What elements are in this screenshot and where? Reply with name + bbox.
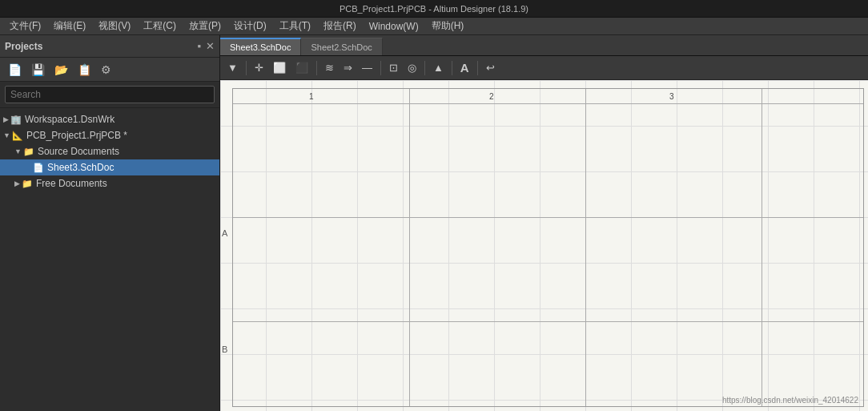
v-divider-2	[585, 89, 586, 406]
tree-item-project[interactable]: ▼ 📐 PCB_Project1.PrjPCB *	[0, 127, 219, 143]
search-row	[0, 82, 219, 108]
menu-reports[interactable]: 报告(R)	[317, 18, 363, 34]
tree-item-sheet3[interactable]: ▶ 📄 Sheet3.SchDoc	[0, 159, 219, 175]
tree-arrow-free: ▶	[14, 179, 20, 187]
col-label-1: 1	[309, 92, 314, 101]
filter-button[interactable]: ▼	[223, 60, 242, 75]
undo-button[interactable]: ↩	[482, 60, 499, 75]
sep4	[424, 61, 425, 75]
tab-sheet3[interactable]: Sheet3.SchDoc	[220, 38, 301, 55]
tab-bar: Sheet3.SchDoc Sheet2.SchDoc	[220, 35, 868, 56]
tree-item-source-docs[interactable]: ▼ 📁 Source Documents	[0, 143, 219, 159]
top-rule-line	[233, 103, 863, 104]
tree-item-workspace[interactable]: ▶ 🏢 Workspace1.DsnWrk	[0, 111, 219, 127]
tree-arrow-workspace: ▶	[3, 115, 9, 123]
menu-edit[interactable]: 编辑(E)	[47, 18, 92, 34]
panel-pin-button[interactable]: ▪	[197, 41, 201, 51]
sheet3-icon: 📄	[33, 163, 44, 173]
projects-panel-title: Projects	[5, 41, 42, 52]
right-area: Sheet3.SchDoc Sheet2.SchDoc ▼ ✛ ⬜ ⬛ ≋ ⇒ …	[220, 35, 868, 411]
source-docs-label: Source Documents	[38, 146, 119, 157]
save-icon[interactable]: 💾	[28, 62, 48, 78]
menu-help[interactable]: 帮助(H)	[425, 18, 471, 34]
tree-item-free-docs[interactable]: ▶ 📁 Free Documents	[0, 175, 219, 191]
projects-header: Projects ▪ ✕	[0, 35, 219, 58]
schematic-toolbar: ▼ ✛ ⬜ ⬛ ≋ ⇒ — ⊡ ◎ ▲ A ↩	[220, 56, 868, 80]
settings-icon[interactable]: ⚙	[98, 62, 115, 78]
workspace-icon: 🏢	[10, 115, 22, 125]
col-label-2: 2	[489, 92, 494, 101]
component-button[interactable]: ⊡	[385, 60, 402, 75]
schematic-canvas[interactable]: 1 2 3 A B C https://blog.csdn.net/weixin…	[220, 80, 868, 411]
search-input[interactable]	[5, 86, 215, 103]
tab-sheet3-label: Sheet3.SchDoc	[230, 42, 291, 52]
menu-project[interactable]: 工程(C)	[137, 18, 183, 34]
tree-arrow-project: ▼	[3, 131, 10, 139]
fill-rect-button[interactable]: ⬛	[291, 60, 312, 75]
add-button[interactable]: ✛	[251, 60, 267, 75]
clipboard-icon[interactable]: 📋	[74, 62, 94, 78]
panel-close-button[interactable]: ✕	[206, 41, 215, 51]
rect-select-button[interactable]: ⬜	[269, 60, 290, 75]
menu-place[interactable]: 放置(P)	[183, 18, 227, 34]
h-divider-1	[233, 217, 863, 218]
panel-controls: ▪ ✕	[197, 41, 215, 51]
project-tree: ▶ 🏢 Workspace1.DsnWrk ▼ 📐 PCB_Project1.P…	[0, 108, 219, 411]
sep6	[477, 61, 478, 75]
sep3	[380, 61, 381, 75]
menu-tools[interactable]: 工具(T)	[273, 18, 317, 34]
project-label: PCB_Project1.PrjPCB *	[26, 130, 127, 141]
grid-paper: 1 2 3 A B C https://blog.csdn.net/weixin…	[220, 80, 868, 411]
folder-source-icon: 📁	[23, 147, 34, 157]
workspace-label: Workspace1.DsnWrk	[25, 114, 115, 125]
zoom-in-button[interactable]: ▲	[429, 60, 448, 75]
title-text: PCB_Project1.PrjPCB - Altium Designer (1…	[340, 4, 528, 14]
sep2	[316, 61, 317, 75]
menu-design[interactable]: 设计(D)	[227, 18, 273, 34]
tab-sheet2[interactable]: Sheet2.SchDoc	[301, 38, 382, 55]
title-bar: PCB_Project1.PrjPCB - Altium Designer (1…	[0, 0, 868, 18]
menu-file[interactable]: 文件(F)	[3, 18, 47, 34]
col-label-3: 3	[669, 92, 674, 101]
sep1	[246, 61, 247, 75]
row-label-a: A	[222, 228, 227, 238]
folder-free-icon: 📁	[22, 179, 33, 189]
menu-bar: 文件(F) 编辑(E) 视图(V) 工程(C) 放置(P) 设计(D) 工具(T…	[0, 18, 868, 35]
schematic-frame: 1 2 3	[232, 88, 864, 407]
wire-button[interactable]: ≋	[321, 60, 338, 75]
panel-toolbar: 📄 💾 📂 📋 ⚙	[0, 58, 219, 82]
tree-arrow-source: ▼	[14, 147, 22, 155]
tab-sheet2-label: Sheet2.SchDoc	[311, 42, 372, 52]
port-button[interactable]: ◎	[404, 60, 420, 75]
v-divider-3	[762, 89, 762, 406]
open-folder-icon[interactable]: 📂	[51, 62, 71, 78]
line-button[interactable]: —	[358, 60, 376, 75]
project-icon: 📐	[12, 131, 23, 141]
row-label-b: B	[222, 345, 227, 354]
text-button[interactable]: A	[456, 59, 473, 76]
menu-window[interactable]: Window(W)	[363, 19, 425, 34]
sep5	[452, 61, 452, 75]
v-divider-1	[409, 89, 410, 406]
left-panel: Projects ▪ ✕ 📄 💾 📂 📋 ⚙ ▶ 🏢 Workspace1.Ds…	[0, 35, 220, 411]
h-divider-2	[233, 321, 863, 322]
net-button[interactable]: ⇒	[340, 60, 356, 75]
new-doc-icon[interactable]: 📄	[5, 62, 25, 78]
free-docs-label: Free Documents	[36, 178, 107, 189]
sheet3-label: Sheet3.SchDoc	[47, 162, 114, 173]
main-layout: Projects ▪ ✕ 📄 💾 📂 📋 ⚙ ▶ 🏢 Workspace1.Ds…	[0, 35, 868, 411]
menu-view[interactable]: 视图(V)	[92, 18, 137, 34]
